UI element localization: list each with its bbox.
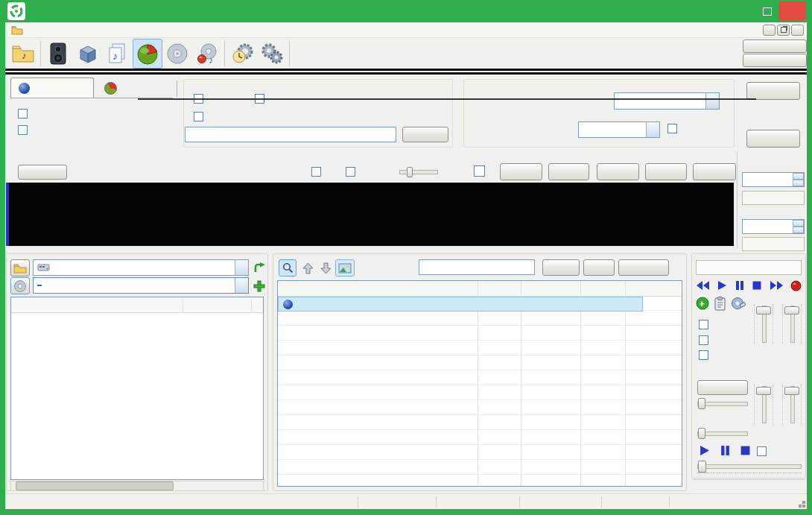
seek-position-thumb[interactable] — [698, 461, 706, 473]
left-volume-thumb[interactable] — [756, 306, 771, 315]
sample-button[interactable] — [542, 259, 580, 276]
channel-slider-2[interactable] — [697, 428, 748, 439]
mdi-close-button[interactable] — [791, 25, 804, 36]
file-row[interactable] — [11, 385, 264, 399]
id3v2-option[interactable] — [194, 112, 207, 121]
scroll-option[interactable] — [311, 167, 325, 177]
open-folder-tool-button[interactable]: ♪ — [8, 39, 38, 69]
column-divider[interactable] — [251, 299, 252, 312]
release-button[interactable] — [697, 380, 748, 395]
construct-subsongs-checkbox[interactable] — [18, 109, 28, 119]
file-row[interactable] — [11, 356, 264, 370]
fade-checkbox[interactable] — [757, 446, 767, 456]
id3v2-checkbox[interactable] — [194, 112, 203, 121]
play-icon[interactable] — [699, 445, 710, 456]
amplitude-slider-thumb[interactable] — [407, 167, 413, 177]
clear-list-option[interactable] — [667, 124, 681, 133]
refresh-drive-button[interactable] — [252, 260, 267, 276]
scroll-checkbox[interactable] — [311, 167, 321, 177]
chevron-down-icon[interactable] — [235, 260, 248, 275]
chevron-down-icon[interactable] — [646, 122, 659, 137]
select-all-button[interactable] — [693, 163, 736, 180]
loop-checkbox[interactable] — [699, 335, 708, 345]
channel-slider-1[interactable] — [697, 398, 748, 409]
resize-grip[interactable] — [802, 505, 805, 508]
view-all-button[interactable] — [645, 163, 687, 180]
box-tool-button[interactable] — [73, 39, 103, 69]
chevron-down-icon[interactable] — [235, 278, 248, 293]
generate-cue-checkbox[interactable] — [18, 125, 28, 135]
cd-rip-tool-button[interactable]: ♪ — [192, 39, 222, 69]
fast-forward-icon[interactable] — [770, 280, 784, 291]
channel-left-volume-slider[interactable] — [754, 385, 773, 425]
play-icon[interactable] — [717, 280, 727, 291]
construct-subsongs-option[interactable] — [18, 109, 31, 119]
shutdown-option[interactable] — [699, 350, 712, 360]
right-volume-slider[interactable] — [782, 304, 802, 344]
seek-button[interactable] — [500, 163, 542, 180]
wave-enable-checkbox[interactable] — [474, 165, 485, 177]
abort-task-button[interactable] — [743, 54, 807, 67]
move-up-button[interactable] — [299, 259, 316, 277]
disc-write-button[interactable] — [732, 297, 746, 312]
scheduler-tool-button[interactable] — [227, 39, 257, 69]
mdi-restore-button[interactable] — [777, 25, 790, 36]
end-frame-spinner[interactable] — [742, 219, 805, 234]
tab-cut-mode[interactable] — [98, 79, 173, 97]
pause-icon[interactable] — [720, 445, 731, 456]
folder-up-button[interactable] — [10, 259, 30, 277]
file-row[interactable] — [11, 370, 264, 385]
file-list[interactable] — [10, 297, 264, 480]
spin-down-icon[interactable] — [793, 227, 804, 233]
maximize-button[interactable] — [757, 1, 778, 21]
mode-combobox[interactable] — [614, 92, 720, 110]
settings-tool-button[interactable] — [257, 39, 287, 69]
right-volume-thumb[interactable] — [784, 306, 799, 315]
tab-join-mode[interactable] — [10, 78, 94, 98]
pause-icon[interactable] — [735, 280, 745, 291]
speaker-tool-button[interactable] — [43, 39, 73, 69]
id3-tags-field[interactable] — [185, 127, 396, 142]
chevron-down-icon[interactable] — [705, 93, 719, 109]
start-frame-spinner[interactable] — [742, 172, 805, 187]
channel-slider-2-thumb[interactable] — [698, 428, 705, 439]
stream-row-selected[interactable] — [278, 297, 643, 312]
netstream-button[interactable]: + — [696, 297, 711, 312]
streams-table[interactable] — [277, 280, 682, 487]
waveform-canvas[interactable] — [6, 183, 734, 246]
file-row[interactable] — [11, 314, 264, 328]
channel-left-volume-thumb[interactable] — [756, 387, 771, 395]
add-to-combobox[interactable] — [578, 121, 660, 138]
channel-slider-1-thumb[interactable] — [698, 398, 705, 409]
amplitude-option[interactable] — [346, 167, 359, 177]
generate-cue-option[interactable] — [18, 125, 31, 135]
wave-enable-option[interactable] — [474, 165, 485, 177]
loop-option[interactable] — [699, 335, 712, 345]
abort-batch-button[interactable] — [743, 40, 807, 53]
amplitude-slider[interactable] — [399, 167, 438, 177]
close-top-button[interactable] — [746, 82, 800, 100]
shutdown-checkbox[interactable] — [699, 350, 708, 360]
rewind-icon[interactable] — [696, 280, 710, 291]
minimize-button[interactable] — [736, 1, 757, 21]
record-icon[interactable] — [790, 280, 802, 291]
playlist-source-button[interactable] — [10, 277, 30, 294]
fade-option[interactable] — [757, 446, 770, 456]
stop-icon[interactable] — [740, 445, 751, 456]
artwork-button[interactable] — [335, 259, 355, 277]
selection-end-handle[interactable] — [6, 183, 9, 246]
add-playlist-button[interactable] — [252, 278, 267, 294]
channel-right-volume-thumb[interactable] — [784, 387, 799, 395]
move-down-button[interactable] — [317, 259, 334, 277]
left-volume-slider[interactable] — [754, 304, 773, 344]
file-list-hscrollbar[interactable] — [10, 481, 264, 491]
close-button[interactable] — [778, 1, 806, 21]
seek-position-slider[interactable] — [697, 461, 802, 473]
spin-up-icon[interactable] — [793, 173, 804, 180]
tag-details-button[interactable] — [618, 259, 669, 276]
file-row[interactable] — [11, 342, 264, 356]
quick-search-input[interactable] — [419, 259, 535, 275]
tags-button[interactable] — [583, 259, 615, 276]
column-divider[interactable] — [183, 299, 183, 312]
process-button[interactable] — [746, 130, 800, 148]
